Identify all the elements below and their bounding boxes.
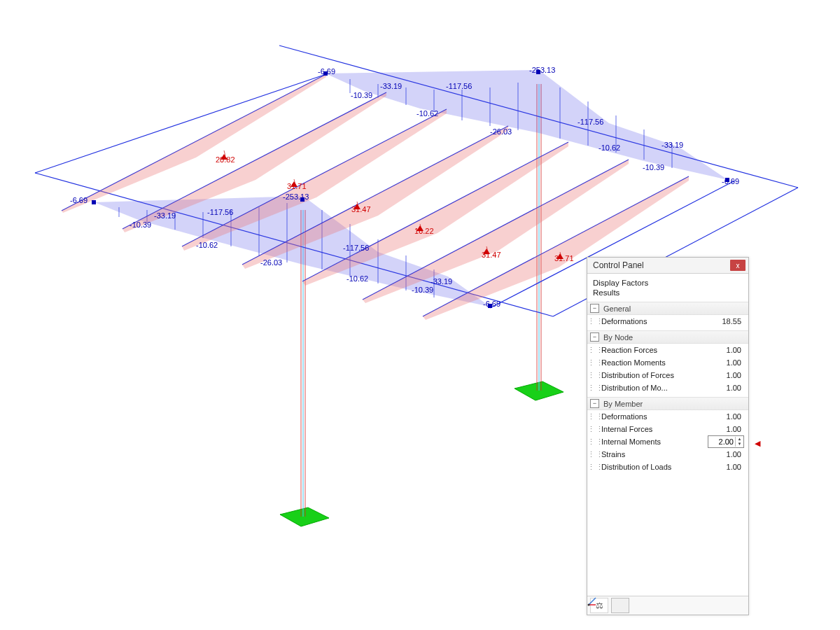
row-handle-icon: ⋮⋮ bbox=[587, 425, 601, 434]
section-header-bymember[interactable]: −By Member bbox=[587, 397, 748, 410]
factor-row[interactable]: ⋮⋮Internal Forces1.00 bbox=[587, 423, 748, 435]
svg-rect-60 bbox=[92, 200, 96, 204]
svg-marker-6 bbox=[539, 70, 728, 180]
row-handle-icon: ⋮⋮ bbox=[587, 463, 601, 472]
panel-body: −General⋮⋮Deformations18.55−By Node⋮⋮Rea… bbox=[587, 299, 748, 600]
factor-value: 18.55 bbox=[708, 317, 748, 326]
factor-row[interactable]: ⋮⋮Deformations18.55 bbox=[587, 315, 748, 328]
panel-titlebar[interactable]: Control Panel x bbox=[587, 258, 748, 274]
factor-label: Distribution of Forces bbox=[601, 371, 708, 379]
factor-row[interactable]: ⋮⋮Internal Moments▲▼ bbox=[587, 435, 748, 448]
row-handle-icon: ⋮⋮ bbox=[587, 450, 601, 459]
collapse-icon[interactable]: − bbox=[590, 304, 599, 313]
spin-up-icon[interactable]: ▲ bbox=[736, 437, 743, 442]
factor-row[interactable]: ⋮⋮Strains1.00 bbox=[587, 448, 748, 461]
collapse-icon[interactable]: − bbox=[590, 332, 599, 342]
factor-value: 1.00 bbox=[708, 371, 748, 379]
factor-row[interactable]: ⋮⋮Deformations1.00 bbox=[587, 410, 748, 423]
factor-spinner[interactable]: ▲▼ bbox=[708, 435, 744, 448]
active-row-indicator: ◀ bbox=[755, 439, 760, 448]
factor-label: Reaction Moments bbox=[601, 358, 708, 367]
svg-point-71 bbox=[588, 604, 590, 606]
close-icon[interactable]: x bbox=[730, 260, 746, 271]
factor-value: 1.00 bbox=[708, 463, 748, 471]
row-handle-icon: ⋮⋮ bbox=[587, 384, 601, 393]
factor-value: 1.00 bbox=[708, 358, 748, 367]
factor-row[interactable]: ⋮⋮Distribution of Mo...1.00 bbox=[587, 382, 748, 394]
axes-icon[interactable] bbox=[611, 598, 629, 613]
svg-rect-58 bbox=[536, 70, 540, 74]
section-header-general[interactable]: −General bbox=[587, 302, 748, 315]
panel-title: Control Panel bbox=[593, 260, 730, 270]
svg-rect-62 bbox=[488, 304, 492, 308]
factor-label: Strains bbox=[601, 450, 708, 458]
spin-down-icon[interactable]: ▼ bbox=[736, 442, 743, 447]
factor-row[interactable]: ⋮⋮Distribution of Forces1.00 bbox=[587, 369, 748, 382]
factor-value: 1.00 bbox=[708, 425, 748, 433]
factor-row[interactable]: ⋮⋮Reaction Forces1.00 bbox=[587, 344, 748, 356]
factor-value: 1.00 bbox=[708, 384, 748, 392]
row-handle-icon: ⋮⋮ bbox=[587, 412, 601, 421]
factor-label: Internal Moments bbox=[601, 438, 708, 446]
svg-rect-61 bbox=[300, 197, 304, 202]
row-handle-icon: ⋮⋮ bbox=[587, 346, 601, 355]
factor-value: 1.00 bbox=[708, 450, 748, 458]
row-handle-icon: ⋮⋮ bbox=[587, 317, 601, 326]
panel-subheading: Display Factors Results bbox=[587, 274, 748, 299]
factor-label: Deformations bbox=[601, 412, 708, 421]
factor-value: 1.00 bbox=[708, 412, 748, 421]
collapse-icon[interactable]: − bbox=[590, 399, 599, 408]
support-pad bbox=[280, 507, 329, 526]
factor-row[interactable]: ⋮⋮Reaction Moments1.00 bbox=[587, 356, 748, 369]
svg-rect-59 bbox=[725, 178, 729, 182]
row-handle-icon: ⋮⋮ bbox=[587, 371, 601, 380]
factor-label: Internal Forces bbox=[601, 425, 708, 433]
control-panel[interactable]: Control Panel x Display Factors Results … bbox=[587, 257, 749, 615]
factor-value: 1.00 bbox=[708, 346, 748, 354]
svg-marker-5 bbox=[326, 70, 539, 133]
row-handle-icon: ⋮⋮ bbox=[587, 358, 601, 368]
svg-rect-57 bbox=[323, 71, 328, 76]
svg-marker-63 bbox=[220, 154, 227, 160]
svg-marker-64 bbox=[290, 181, 298, 187]
factor-label: Distribution of Mo... bbox=[601, 384, 708, 392]
section-header-bynode[interactable]: −By Node bbox=[587, 330, 748, 344]
factor-input[interactable] bbox=[708, 438, 735, 446]
svg-line-69 bbox=[589, 598, 596, 605]
factor-label: Distribution of Loads bbox=[601, 463, 708, 471]
row-handle-icon: ⋮⋮ bbox=[587, 438, 601, 447]
panel-toolbar: ⚖ bbox=[587, 596, 748, 615]
factor-label: Deformations bbox=[601, 317, 708, 326]
factor-row[interactable]: ⋮⋮Distribution of Loads1.00 bbox=[587, 461, 748, 473]
factor-label: Reaction Forces bbox=[601, 346, 708, 354]
